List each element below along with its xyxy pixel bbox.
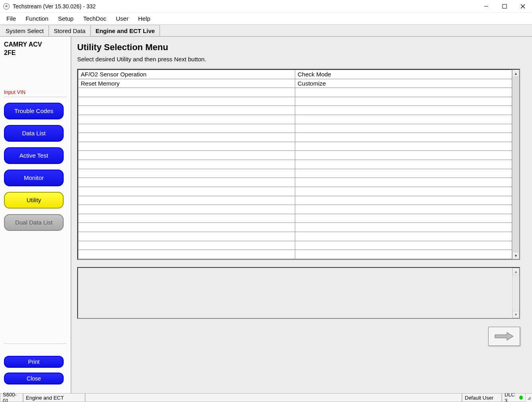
print-button[interactable]: Print bbox=[4, 356, 64, 368]
utility-empty[interactable] bbox=[78, 178, 295, 187]
table-row bbox=[78, 160, 512, 169]
utility-af-o2-sensor[interactable]: AF/O2 Sensor Operation bbox=[78, 70, 295, 79]
scroll-up-icon[interactable]: ▲ bbox=[513, 70, 519, 77]
utility-empty[interactable] bbox=[295, 133, 512, 142]
utility-empty[interactable] bbox=[78, 160, 295, 169]
menu-file[interactable]: File bbox=[2, 14, 21, 23]
menu-function[interactable]: Function bbox=[21, 14, 53, 23]
utility-table: AF/O2 Sensor Operation Check Mode Reset … bbox=[78, 70, 512, 259]
tab-system-select[interactable]: System Select bbox=[1, 25, 49, 36]
utility-empty[interactable] bbox=[78, 97, 295, 106]
utility-empty[interactable] bbox=[78, 214, 295, 223]
utility-empty[interactable] bbox=[78, 205, 295, 214]
close-button[interactable]: Close bbox=[4, 373, 64, 384]
menu-setup[interactable]: Setup bbox=[53, 14, 78, 23]
utility-empty[interactable] bbox=[295, 142, 512, 151]
table-row bbox=[78, 88, 512, 97]
table-row bbox=[78, 124, 512, 133]
tab-bar: System Select Stored Data Engine and ECT… bbox=[0, 25, 532, 37]
utility-empty[interactable] bbox=[295, 214, 512, 223]
utility-empty[interactable] bbox=[295, 160, 512, 169]
menu-help[interactable]: Help bbox=[133, 14, 155, 23]
menu-user[interactable]: User bbox=[111, 14, 133, 23]
utility-empty[interactable] bbox=[295, 106, 512, 115]
utility-check-mode[interactable]: Check Mode bbox=[295, 70, 512, 79]
utility-empty[interactable] bbox=[78, 196, 295, 205]
scroll-down-icon[interactable]: ▼ bbox=[513, 311, 519, 318]
utility-empty[interactable] bbox=[295, 241, 512, 250]
table-row bbox=[78, 151, 512, 160]
active-test-button[interactable]: Active Test bbox=[4, 147, 64, 164]
data-list-button[interactable]: Data List bbox=[4, 125, 64, 142]
scroll-track[interactable] bbox=[513, 77, 519, 252]
status-bar: S600-01 Engine and ECT Default User DLC … bbox=[0, 393, 532, 402]
monitor-button[interactable]: Monitor bbox=[4, 170, 64, 186]
scroll-up-icon[interactable]: ▲ bbox=[513, 268, 519, 275]
utility-empty[interactable] bbox=[78, 187, 295, 196]
utility-empty[interactable] bbox=[78, 142, 295, 151]
trouble-codes-button[interactable]: Trouble Codes bbox=[4, 103, 64, 119]
utility-empty[interactable] bbox=[78, 250, 295, 259]
utility-empty[interactable] bbox=[295, 124, 512, 133]
utility-empty[interactable] bbox=[78, 88, 295, 97]
page-title: Utility Selection Menu bbox=[77, 42, 520, 53]
utility-empty[interactable] bbox=[295, 88, 512, 97]
description-box: ▲ ▼ bbox=[77, 267, 520, 319]
main-panel: Utility Selection Menu Select desired Ut… bbox=[72, 37, 532, 393]
utility-empty[interactable] bbox=[78, 241, 295, 250]
utility-empty[interactable] bbox=[295, 115, 512, 124]
utility-empty[interactable] bbox=[78, 169, 295, 178]
utility-empty[interactable] bbox=[295, 187, 512, 196]
table-row bbox=[78, 205, 512, 214]
menu-bar: File Function Setup TechDoc User Help bbox=[0, 13, 532, 25]
utility-empty[interactable] bbox=[78, 106, 295, 115]
input-vin-link[interactable]: Input VIN bbox=[4, 89, 66, 97]
utility-empty[interactable] bbox=[78, 115, 295, 124]
utility-empty[interactable] bbox=[295, 205, 512, 214]
status-code: S600-01 bbox=[0, 394, 23, 402]
utility-empty[interactable] bbox=[295, 97, 512, 106]
utility-empty[interactable] bbox=[295, 250, 512, 259]
maximize-button[interactable] bbox=[495, 0, 514, 13]
minimize-button[interactable] bbox=[477, 0, 495, 13]
table-scrollbar[interactable]: ▲ ▼ bbox=[512, 70, 519, 259]
description-text bbox=[78, 268, 512, 318]
table-row bbox=[78, 169, 512, 178]
utility-empty[interactable] bbox=[295, 169, 512, 178]
utility-empty[interactable] bbox=[295, 151, 512, 160]
tab-engine-ect-live[interactable]: Engine and ECT Live bbox=[91, 25, 160, 36]
utility-button[interactable]: Utility bbox=[4, 192, 64, 209]
utility-empty[interactable] bbox=[295, 223, 512, 232]
utility-empty[interactable] bbox=[78, 124, 295, 133]
next-button[interactable] bbox=[488, 327, 520, 346]
menu-techdoc[interactable]: TechDoc bbox=[78, 14, 111, 23]
utility-empty[interactable] bbox=[78, 133, 295, 142]
utility-customize[interactable]: Customize bbox=[295, 79, 512, 88]
status-user: Default User bbox=[462, 394, 502, 402]
utility-empty[interactable] bbox=[295, 232, 512, 241]
utility-empty[interactable] bbox=[78, 223, 295, 232]
description-scrollbar[interactable]: ▲ ▼ bbox=[512, 268, 519, 318]
utility-empty[interactable] bbox=[78, 151, 295, 160]
table-row bbox=[78, 178, 512, 187]
app-icon bbox=[3, 3, 10, 10]
tab-stored-data[interactable]: Stored Data bbox=[49, 25, 91, 36]
table-row bbox=[78, 196, 512, 205]
scroll-down-icon[interactable]: ▼ bbox=[513, 252, 519, 259]
close-window-button[interactable] bbox=[514, 0, 532, 13]
sidebar: CAMRY ACV 2FE Input VIN Trouble Codes Da… bbox=[0, 37, 72, 393]
utility-empty[interactable] bbox=[295, 196, 512, 205]
utility-table-container: AF/O2 Sensor Operation Check Mode Reset … bbox=[77, 69, 520, 260]
utility-reset-memory[interactable]: Reset Memory bbox=[78, 79, 295, 88]
connection-status-icon bbox=[519, 396, 523, 400]
dual-data-list-button[interactable]: Dual Data List bbox=[4, 214, 64, 231]
resize-grip-icon[interactable]: ◢ bbox=[526, 395, 532, 400]
status-spacer bbox=[85, 394, 462, 402]
utility-empty[interactable] bbox=[295, 178, 512, 187]
utility-empty[interactable] bbox=[78, 232, 295, 241]
title-bar: Techstream (Ver 15.30.026) - 332 bbox=[0, 0, 532, 13]
table-row bbox=[78, 187, 512, 196]
table-row bbox=[78, 241, 512, 250]
table-row bbox=[78, 97, 512, 106]
vehicle-label: CAMRY ACV 2FE bbox=[4, 41, 66, 57]
